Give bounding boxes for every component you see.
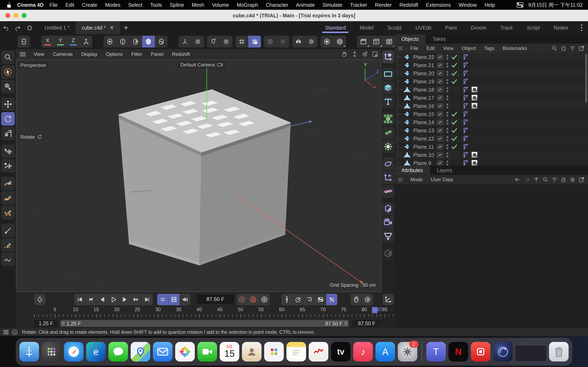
key-params-button[interactable] bbox=[315, 294, 326, 305]
layout-tab-model[interactable]: Model bbox=[353, 21, 380, 34]
redo-icon[interactable] bbox=[12, 21, 24, 34]
visibility-dots-icon[interactable] bbox=[446, 78, 449, 85]
phong-tag-icon[interactable] bbox=[463, 87, 469, 93]
range-grip-left[interactable] bbox=[62, 321, 65, 325]
enabled-check-icon[interactable] bbox=[451, 120, 457, 125]
stage-button[interactable] bbox=[382, 230, 394, 243]
environment-button[interactable] bbox=[382, 202, 394, 215]
visibility-dots-icon[interactable] bbox=[446, 86, 449, 93]
dock-app-edge[interactable]: e bbox=[86, 342, 106, 361]
phong-tag-icon[interactable] bbox=[463, 103, 469, 109]
orbit-icon[interactable] bbox=[362, 51, 368, 57]
menubar-item-render[interactable]: Render bbox=[371, 2, 396, 8]
visibility-dots-icon[interactable] bbox=[446, 54, 449, 60]
viewport-menu-display[interactable]: Display bbox=[77, 51, 102, 57]
attribute-manager-menu-mode[interactable]: Mode bbox=[406, 177, 427, 183]
menubar-item-help[interactable]: Help bbox=[481, 2, 499, 8]
status-menu-icon[interactable] bbox=[3, 330, 9, 334]
phong-tag-icon[interactable] bbox=[463, 144, 469, 150]
enabled-check-icon[interactable] bbox=[451, 144, 457, 150]
phong-tag-icon[interactable] bbox=[463, 119, 469, 125]
menubar-clock[interactable]: 9月15日 周一 下午11:02 bbox=[528, 2, 583, 8]
dock-app-contacts[interactable] bbox=[242, 342, 261, 361]
object-row[interactable]: Plane.14 bbox=[394, 118, 588, 126]
model-mode-button[interactable] bbox=[142, 36, 155, 48]
popout-icon[interactable] bbox=[579, 177, 584, 183]
object-list-scrollbar[interactable] bbox=[585, 54, 587, 103]
apple-icon[interactable] bbox=[6, 2, 11, 8]
next-key-button[interactable] bbox=[130, 294, 142, 305]
dock-app-teams[interactable]: T bbox=[426, 342, 446, 361]
gear-button[interactable] bbox=[305, 36, 318, 48]
play-button[interactable] bbox=[108, 294, 119, 305]
zoom-tool-button[interactable] bbox=[1, 50, 15, 64]
enabled-check-icon[interactable] bbox=[451, 63, 457, 68]
menubar-item-window[interactable]: Window bbox=[455, 2, 481, 8]
volume-button[interactable] bbox=[382, 126, 394, 139]
viewport-menu-filter[interactable]: Filter bbox=[127, 51, 146, 57]
range-grip-right[interactable] bbox=[345, 321, 347, 325]
key-gear-button[interactable] bbox=[259, 294, 270, 305]
scale-tool-button[interactable] bbox=[1, 127, 15, 140]
range-end-field[interactable]: 87.50 F bbox=[352, 320, 381, 327]
phong-tag-icon[interactable] bbox=[463, 111, 469, 117]
object-row[interactable]: Plane.12 bbox=[394, 134, 588, 143]
layout-tab-paint[interactable]: Paint bbox=[438, 21, 464, 34]
key-pos-button[interactable] bbox=[281, 294, 293, 305]
material-button[interactable] bbox=[382, 247, 394, 260]
menubar-item-tracker[interactable]: Tracker bbox=[346, 2, 371, 8]
subdiv-button[interactable] bbox=[382, 113, 394, 125]
dock-app-mail[interactable] bbox=[153, 342, 173, 361]
visibility-dots-icon[interactable] bbox=[446, 70, 449, 77]
object-row[interactable]: Plane.16 bbox=[394, 102, 588, 110]
symmetry-button[interactable] bbox=[292, 36, 305, 48]
layout-tab-groom[interactable]: Groom bbox=[464, 21, 493, 34]
menubar-item-mesh[interactable]: Mesh bbox=[188, 2, 208, 8]
dock-app-messages[interactable] bbox=[108, 342, 128, 361]
dock-app-launchpad[interactable] bbox=[42, 342, 61, 361]
axis-y-button[interactable]: Y bbox=[54, 36, 67, 48]
phong-tag-icon[interactable] bbox=[463, 152, 469, 158]
viewport-3d[interactable]: Perspective Default Camera Rotate Grid S… bbox=[16, 59, 381, 292]
knife-tool-button[interactable] bbox=[1, 224, 15, 237]
home-icon[interactable] bbox=[24, 21, 35, 34]
close-tab-icon[interactable]: ✕ bbox=[109, 25, 114, 31]
enabled-check-icon[interactable] bbox=[451, 136, 457, 141]
edges-mode-button[interactable] bbox=[116, 36, 129, 48]
dock-app-trash[interactable] bbox=[549, 342, 569, 361]
object-row[interactable]: Plane.11 bbox=[394, 143, 588, 151]
move-tool-button[interactable] bbox=[1, 98, 15, 111]
edit-toggle-icon[interactable] bbox=[437, 119, 443, 125]
menubar-item-animate[interactable]: Animate bbox=[292, 2, 319, 8]
object-name[interactable]: Plane.12 bbox=[413, 136, 434, 142]
menubar-item-edit[interactable]: Edit bbox=[62, 2, 78, 8]
sound-button[interactable] bbox=[180, 294, 191, 305]
dock-app-dots-app[interactable] bbox=[264, 342, 284, 361]
object-row[interactable]: Plane.18 bbox=[394, 86, 588, 94]
menubar-item-file[interactable]: File bbox=[45, 2, 61, 8]
dock-app-wave-app[interactable] bbox=[309, 342, 328, 361]
keyframe-diamond-button[interactable] bbox=[34, 294, 45, 305]
forward-icon[interactable] bbox=[524, 176, 530, 183]
edit-toggle-icon[interactable] bbox=[437, 95, 443, 101]
layout-overflow-icon[interactable] bbox=[575, 21, 588, 34]
dock-app-facetime[interactable] bbox=[198, 342, 217, 361]
prev-key-button[interactable] bbox=[86, 294, 97, 305]
document-tab[interactable]: cube.c4d *✕ bbox=[76, 21, 120, 34]
home-icon[interactable] bbox=[561, 45, 566, 51]
layout-tab-standard[interactable]: Standard bbox=[318, 21, 353, 34]
menubar-item-spline[interactable]: Spline bbox=[166, 2, 188, 8]
mouse-record-button[interactable] bbox=[351, 294, 362, 305]
instance-button[interactable] bbox=[382, 185, 394, 198]
spline-pen-tool-button[interactable] bbox=[1, 176, 15, 190]
enabled-check-icon[interactable] bbox=[451, 79, 457, 84]
object-name[interactable]: Plane.16 bbox=[413, 103, 434, 109]
range-start-field[interactable]: 1.25 F bbox=[34, 320, 58, 327]
edit-toggle-icon[interactable] bbox=[437, 62, 443, 68]
edit-toggle-icon[interactable] bbox=[437, 111, 443, 117]
search-icon[interactable] bbox=[543, 177, 548, 183]
filter-icon[interactable] bbox=[570, 45, 575, 51]
live-selection-tool-button[interactable] bbox=[1, 65, 15, 79]
lock-icon[interactable] bbox=[561, 177, 566, 183]
record-key-button[interactable] bbox=[236, 294, 248, 305]
